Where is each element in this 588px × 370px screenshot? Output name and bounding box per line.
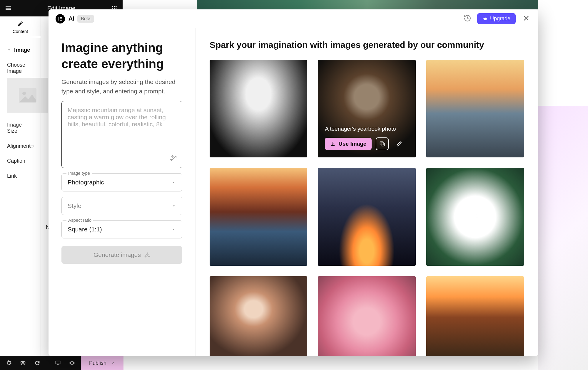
ai-history-icon[interactable] (464, 14, 471, 23)
gallery-item[interactable] (210, 168, 307, 265)
sparkle-icon (144, 252, 150, 258)
gallery-item[interactable] (426, 168, 524, 265)
tab-label: Content (13, 29, 28, 34)
gallery-item[interactable] (318, 276, 415, 356)
choose-image-label: Choose Image (7, 62, 34, 74)
svg-point-5 (116, 8, 116, 9)
aspect-ratio-select[interactable]: Aspect ratio Square (1:1) (61, 220, 182, 238)
ai-modal: AI Beta Upgrade Imagine anything create … (49, 9, 538, 356)
editor-sidebar: Content Image Choose Image Image Size Al… (0, 16, 41, 356)
svg-rect-19 (381, 143, 385, 146)
history-icon[interactable] (31, 357, 43, 369)
ai-header: AI Beta Upgrade (49, 9, 538, 28)
chevron-down-icon (171, 227, 176, 232)
svg-rect-20 (380, 142, 383, 145)
responsive-icon[interactable] (31, 144, 34, 149)
generate-button[interactable]: Generate images (61, 246, 182, 264)
section-image[interactable]: Image (7, 47, 34, 53)
enhance-prompt-icon[interactable] (170, 154, 178, 164)
gallery-item[interactable]: A teenager's yearbook photo Use Image (318, 60, 415, 157)
preview-icon[interactable] (66, 357, 78, 369)
svg-point-0 (112, 6, 113, 7)
svg-point-10 (22, 92, 26, 95)
style-select[interactable]: Style (61, 197, 182, 215)
svg-rect-13 (56, 361, 60, 364)
chevron-down-icon (171, 204, 176, 208)
upgrade-button[interactable]: Upgrade (477, 13, 516, 24)
edit-icon[interactable] (393, 137, 406, 150)
tab-content[interactable]: Content (0, 16, 41, 37)
svg-point-3 (112, 8, 113, 9)
svg-rect-16 (60, 17, 62, 18)
gallery-item[interactable] (210, 276, 307, 356)
gallery-item[interactable] (426, 60, 524, 157)
svg-rect-14 (57, 364, 59, 365)
editor-bottombar (0, 356, 81, 370)
ai-brand: AI (69, 15, 74, 22)
menu-icon[interactable] (0, 0, 16, 16)
ai-prompt-panel: Imagine anything create everything Gener… (49, 28, 196, 356)
close-icon[interactable] (522, 14, 531, 24)
svg-rect-17 (60, 18, 62, 19)
gallery-item[interactable] (426, 276, 524, 356)
gallery-grid: A teenager's yearbook photo Use Image (210, 60, 524, 356)
svg-point-4 (114, 8, 115, 9)
elementor-logo-icon (56, 14, 65, 23)
layers-icon[interactable] (17, 357, 29, 369)
svg-point-1 (114, 6, 115, 7)
gallery-item[interactable] (210, 60, 307, 157)
ai-description: Generate images by selecting the desired… (61, 77, 182, 96)
ai-heading: Imagine anything create everything (61, 40, 182, 72)
alignment-label: Alignment (7, 143, 31, 149)
gallery-item-overlay: A teenager's yearbook photo Use Image (318, 60, 415, 157)
publish-button[interactable]: Publish (81, 356, 123, 370)
prompt-input[interactable] (68, 107, 176, 154)
chevron-down-icon (171, 180, 176, 185)
responsive-mode-icon[interactable] (52, 357, 64, 369)
page-hero-strip (197, 0, 538, 9)
svg-rect-18 (60, 20, 62, 20)
svg-rect-11 (31, 145, 33, 147)
image-placeholder[interactable] (7, 78, 48, 113)
svg-rect-15 (59, 17, 59, 21)
caption-label: Caption (7, 158, 34, 164)
gallery-item[interactable] (318, 168, 415, 265)
svg-rect-12 (31, 147, 32, 147)
prompt-box (61, 101, 182, 168)
ai-gallery-panel: Spark your imagination with images gener… (196, 28, 538, 356)
page-background-decor (538, 106, 588, 370)
beta-badge: Beta (77, 15, 94, 23)
link-label: Link (7, 173, 34, 179)
image-type-select[interactable]: Image type Photographic (61, 173, 182, 191)
gallery-item-caption: A teenager's yearbook photo (325, 126, 408, 132)
image-size-label: Image Size (7, 122, 34, 134)
gallery-heading: Spark your imagination with images gener… (210, 40, 524, 50)
use-image-button[interactable]: Use Image (325, 138, 372, 150)
copy-icon[interactable] (376, 137, 389, 150)
settings-icon[interactable] (3, 357, 15, 369)
svg-point-2 (116, 6, 116, 7)
